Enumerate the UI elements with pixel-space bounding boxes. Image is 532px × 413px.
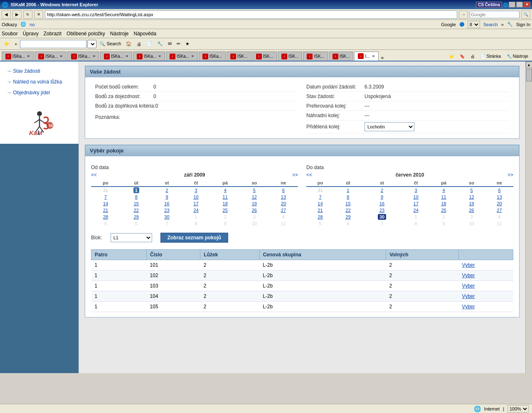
list-item[interactable]: 9 (362, 194, 402, 200)
vyber-link[interactable]: Vyber (462, 273, 475, 278)
toolbar-page-button[interactable]: 📄 (144, 39, 154, 49)
list-item[interactable]: 18 (211, 200, 240, 207)
sidebar-item-stav-zadosti[interactable]: Stav žádosti (0, 66, 79, 76)
tab-close-4[interactable]: ✕ (126, 54, 128, 58)
vyber-link[interactable]: Vyber (462, 283, 475, 289)
tab-iskam-3[interactable]: i ISKa... ✕ (67, 52, 99, 61)
tab-iskam-5[interactable]: i ISKa... ✕ (133, 52, 165, 61)
list-item[interactable]: 11 (430, 194, 458, 200)
vyber-link[interactable]: Vyber (462, 304, 475, 310)
list-item[interactable]: 16 (362, 200, 402, 207)
list-item[interactable]: 8 (334, 194, 362, 200)
toolbar-edit-button[interactable]: ✏ (175, 39, 182, 49)
toolbar-fav-button[interactable]: ★ (183, 39, 192, 49)
no-link[interactable]: no (30, 22, 34, 27)
list-item[interactable]: 29 (334, 214, 362, 220)
list-item[interactable]: 25 (430, 207, 458, 214)
list-item[interactable]: 6 (485, 187, 513, 194)
zobraz-seznam-button[interactable]: Zobraz seznam pokojů (160, 233, 228, 243)
list-item[interactable]: 19 (240, 200, 269, 207)
tab-isk-10[interactable]: i ISK... (278, 52, 302, 61)
list-item[interactable]: 12 (458, 194, 485, 200)
menu-soubor[interactable]: Soubor (2, 31, 18, 37)
toolbar-mail-button[interactable]: ✉ (166, 39, 174, 49)
tab-close-6[interactable]: ✕ (191, 54, 194, 58)
tab-iskam-2[interactable]: i ISKa... ✕ (34, 52, 66, 61)
menu-oblibene[interactable]: Oblíbené položky (66, 31, 105, 37)
google-size-select[interactable]: 8 (468, 21, 480, 28)
cal2-prev-button[interactable]: << (306, 172, 312, 178)
list-item[interactable]: 7 (91, 194, 120, 200)
list-item[interactable]: 30 (362, 214, 402, 220)
tab-close-5[interactable]: ✕ (158, 54, 161, 58)
list-item[interactable]: 8 (120, 194, 152, 200)
list-item[interactable]: 3 (182, 187, 211, 194)
list-item[interactable]: 4 (430, 187, 458, 194)
tab-close-2[interactable]: ✕ (60, 54, 63, 58)
list-item[interactable]: 19 (458, 200, 485, 207)
list-item[interactable]: 11 (211, 194, 240, 200)
list-item[interactable]: Vyber (459, 291, 513, 302)
back-button[interactable]: ◀ (2, 10, 11, 19)
vyber-link[interactable]: Vyber (462, 262, 475, 268)
list-item[interactable]: Vyber (459, 270, 513, 281)
tab-isk-11[interactable]: i ISK... (303, 52, 328, 61)
list-item[interactable]: 25 (211, 207, 240, 214)
toolbar-filter-select[interactable] (87, 40, 96, 48)
list-item[interactable]: 20 (485, 200, 513, 207)
list-item[interactable]: Vyber (459, 302, 513, 312)
toolbar-tools-button[interactable]: 🔧 (155, 39, 165, 49)
sidebar-item-nahled[interactable]: Náhled na volná lůžka (0, 76, 79, 87)
more-button[interactable]: » (501, 22, 504, 27)
tab-iskam-4[interactable]: i ISKa... ✕ (100, 52, 132, 61)
fav-button[interactable]: ⭐ (447, 52, 456, 61)
tab-close-13[interactable]: ✕ (372, 54, 375, 58)
list-item[interactable]: 2 (362, 187, 402, 194)
tab-isk-9[interactable]: i ISK... (252, 52, 277, 61)
cal1-prev-button[interactable]: << (91, 172, 97, 178)
quick-fav-button[interactable]: 🔖 (458, 52, 467, 61)
google-search-button[interactable]: 🔍 (521, 10, 530, 19)
search-label[interactable]: Search (483, 22, 498, 27)
forward-button[interactable]: ▶ (12, 10, 22, 19)
list-item[interactable]: 4 (211, 187, 240, 194)
minimize-button[interactable]: _ (509, 2, 515, 7)
list-item[interactable]: 27 (485, 207, 513, 214)
tab-close-1[interactable]: ✕ (27, 54, 30, 58)
list-item[interactable]: 26 (240, 207, 269, 214)
list-item[interactable]: 10 (182, 194, 211, 200)
page-tab-button[interactable]: 📄 Stránka (478, 52, 503, 61)
go-button[interactable]: → (459, 10, 468, 19)
tab-i-13[interactable]: i I... ✕ (354, 52, 378, 61)
maximize-button[interactable]: □ (516, 2, 523, 7)
list-item[interactable]: 23 (152, 207, 181, 214)
blok-select[interactable]: L1 L2 L3 (111, 233, 152, 242)
list-item[interactable]: 9 (152, 194, 181, 200)
list-item[interactable]: 22 (120, 207, 152, 214)
pridelena-kolej-select[interactable]: Lochotín Bory Jiná (365, 122, 414, 131)
list-item[interactable]: 15 (120, 200, 152, 207)
list-item[interactable]: 23 (362, 207, 402, 214)
list-item[interactable]: 17 (182, 200, 211, 207)
list-item[interactable]: 22 (334, 207, 362, 214)
address-input[interactable] (45, 10, 457, 19)
vyber-link[interactable]: Vyber (462, 293, 475, 299)
list-item[interactable]: 27 (269, 207, 298, 214)
stop-button[interactable]: ✕ (34, 10, 43, 19)
list-item[interactable]: 7 (306, 194, 334, 200)
tab-more-button[interactable]: » (381, 55, 384, 61)
list-item[interactable]: 30 (152, 214, 181, 220)
sidebar-item-objednavky[interactable]: Objednávky jídel (0, 87, 79, 98)
list-item[interactable]: 1 (120, 187, 152, 194)
list-item[interactable]: 21 (91, 207, 120, 214)
google-search-input[interactable] (470, 11, 520, 18)
list-item[interactable]: Vyber (459, 281, 513, 291)
list-item[interactable]: 18 (430, 200, 458, 207)
list-item[interactable]: 24 (182, 207, 211, 214)
tab-isk-8[interactable]: i ISK... (227, 52, 251, 61)
list-item[interactable]: 14 (91, 200, 120, 207)
toolbar-search-btn[interactable]: 🔍 Search (97, 39, 123, 49)
tab-iskam-1[interactable]: i ISKa... ✕ (2, 52, 34, 61)
list-item[interactable]: 1 (334, 187, 362, 194)
sign-in-label[interactable]: Sign In (516, 22, 530, 27)
